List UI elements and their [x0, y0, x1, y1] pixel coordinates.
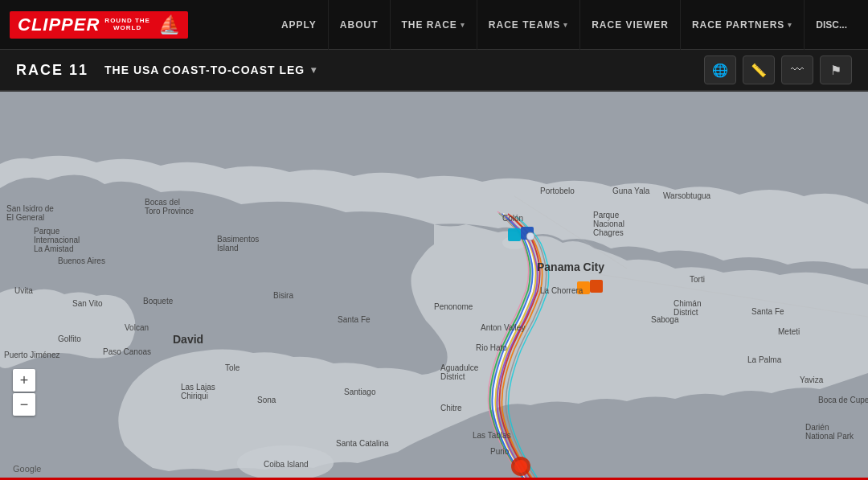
- race-leg-selector[interactable]: THE USA COAST-TO-COAST LEG ▾: [104, 64, 317, 76]
- zoom-out-button[interactable]: −: [13, 393, 35, 416]
- flag-icon-btn[interactable]: ⚑: [820, 55, 852, 84]
- zoom-in-button[interactable]: +: [13, 369, 35, 392]
- logo-sub: ROUND THE WORLD: [104, 18, 150, 32]
- nav-links: APPLY ABOUT THE RACE ▾ RACE TEAMS ▾ RACE…: [270, 0, 858, 50]
- nav-apply[interactable]: APPLY: [270, 0, 329, 50]
- map-area[interactable]: Panama City David Colón Portobelo Guna Y…: [0, 92, 868, 480]
- chevron-down-icon: ▾: [311, 64, 317, 76]
- navbar: CLIPPER ROUND THE WORLD ⛵ APPLY ABOUT TH…: [0, 0, 868, 50]
- globe-icon-btn[interactable]: 🌐: [704, 55, 736, 84]
- google-attribution: Google: [13, 464, 41, 474]
- chevron-down-icon: ▾: [563, 21, 568, 29]
- logo-area: CLIPPER ROUND THE WORLD ⛵: [10, 11, 188, 39]
- ruler-icon-btn[interactable]: 📏: [743, 55, 775, 84]
- nav-race-viewer[interactable]: RACE VIEWER: [580, 0, 681, 50]
- race-header: RACE 11 THE USA COAST-TO-COAST LEG ▾ 🌐 📏…: [0, 50, 868, 92]
- logo-sub-line2: WORLD: [113, 25, 141, 32]
- waves-icon-btn[interactable]: 〰: [781, 55, 813, 84]
- logo[interactable]: CLIPPER ROUND THE WORLD ⛵: [10, 11, 188, 39]
- race-leg-name: THE USA COAST-TO-COAST LEG: [104, 64, 305, 76]
- nav-the-race[interactable]: THE RACE ▾: [391, 0, 477, 50]
- logo-sail-icon: ⛵: [158, 14, 180, 35]
- race-number: RACE 11: [16, 62, 88, 79]
- chevron-down-icon: ▾: [788, 21, 792, 29]
- chevron-down-icon: ▾: [461, 21, 465, 29]
- logo-clipper-text: CLIPPER: [18, 14, 100, 35]
- map-background: [0, 92, 868, 480]
- nav-disc[interactable]: DISC...: [805, 19, 858, 31]
- nav-race-teams[interactable]: RACE TEAMS ▾: [477, 0, 580, 50]
- zoom-controls: + −: [13, 369, 35, 416]
- header-icons: 🌐 📏 〰 ⚑: [704, 55, 852, 84]
- nav-about[interactable]: ABOUT: [329, 0, 391, 50]
- nav-race-partners[interactable]: RACE PARTNERS ▾: [681, 0, 805, 50]
